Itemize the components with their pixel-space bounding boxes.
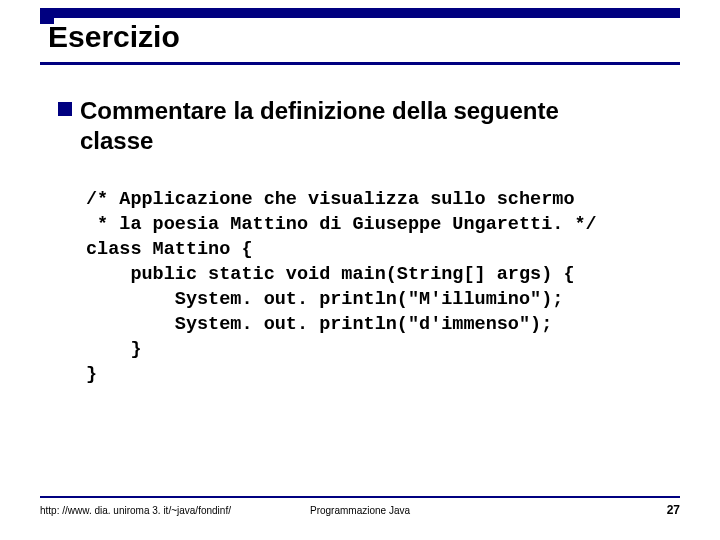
code-line: * la poesia Mattino di Giuseppe Ungarett… — [86, 214, 597, 235]
code-block: /* Applicazione che visualizza sullo sch… — [86, 188, 597, 388]
code-line: } — [86, 364, 97, 385]
square-bullet-icon — [58, 102, 72, 116]
bullet-line-2: classe — [80, 127, 153, 154]
bullet-line-1: Commentare la definizione della seguente — [80, 97, 559, 124]
footer-line — [40, 496, 680, 498]
bullet-text: Commentare la definizione della seguente… — [80, 96, 559, 156]
slide-title: Esercizio — [48, 20, 180, 54]
bullet-item: Commentare la definizione della seguente… — [58, 96, 668, 156]
code-line: System. out. println("M'illumino"); — [86, 289, 563, 310]
title-underline — [40, 62, 680, 65]
code-line: } — [86, 339, 142, 360]
footer-page-number: 27 — [667, 503, 680, 517]
bullet-block: Commentare la definizione della seguente… — [58, 96, 668, 156]
code-line: public static void main(String[] args) { — [86, 264, 574, 285]
slide: Esercizio Commentare la definizione dell… — [0, 0, 720, 540]
code-line: class Mattino { — [86, 239, 253, 260]
code-line: System. out. println("d'immenso"); — [86, 314, 552, 335]
footer-center: Programmazione Java — [0, 505, 720, 516]
code-line: /* Applicazione che visualizza sullo sch… — [86, 189, 574, 210]
header-bar — [40, 8, 680, 18]
